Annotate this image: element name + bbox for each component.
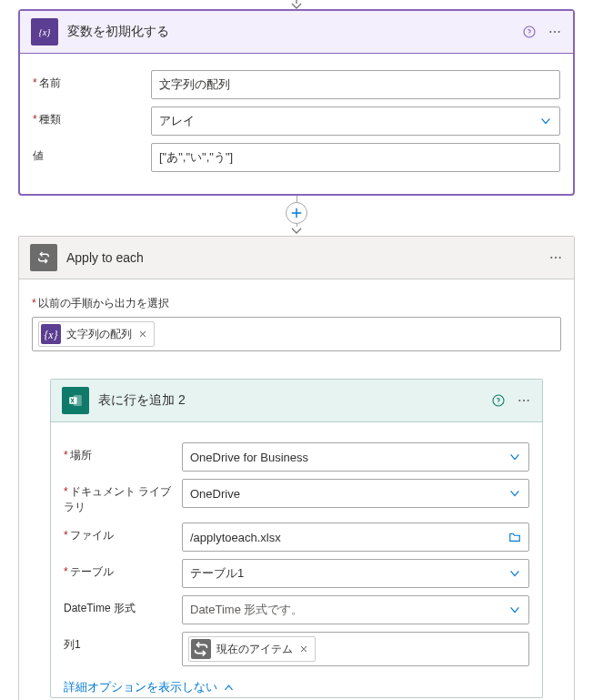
token-label: 現在のアイテム bbox=[216, 642, 293, 657]
variable-icon: {x} bbox=[41, 324, 61, 344]
svg-point-5 bbox=[558, 31, 560, 33]
svg-point-3 bbox=[549, 31, 551, 33]
location-select[interactable]: OneDrive for Business bbox=[182, 442, 529, 472]
more-icon[interactable] bbox=[548, 250, 563, 265]
svg-rect-11 bbox=[69, 397, 76, 404]
card-title: 変数を初期化する bbox=[67, 24, 513, 40]
variable-icon: {x} bbox=[31, 18, 58, 46]
initialize-variable-card: {x} 変数を初期化する 名前 文字列の配列 種類 アレイ 値 ["あ","い"… bbox=[18, 9, 575, 196]
connector-mid bbox=[18, 196, 575, 236]
location-label: 場所 bbox=[64, 442, 173, 463]
card-header[interactable]: 表に行を追加 2 bbox=[51, 380, 542, 422]
chevron-down-icon bbox=[508, 567, 521, 580]
more-icon[interactable] bbox=[548, 25, 562, 39]
close-icon[interactable] bbox=[298, 644, 309, 654]
value-input[interactable]: ["あ","い","う"] bbox=[151, 143, 560, 172]
help-icon[interactable] bbox=[491, 393, 506, 408]
svg-text:{x}: {x} bbox=[45, 329, 58, 341]
folder-icon bbox=[508, 531, 521, 543]
svg-point-16 bbox=[528, 400, 529, 401]
table-label: テーブル bbox=[64, 559, 173, 580]
svg-point-8 bbox=[559, 257, 561, 259]
hide-advanced-options-link[interactable]: 詳細オプションを表示しない bbox=[64, 679, 529, 695]
svg-point-15 bbox=[523, 400, 525, 401]
svg-point-7 bbox=[555, 257, 557, 259]
datetime-select[interactable]: DateTime 形式です。 bbox=[182, 595, 529, 624]
card-header[interactable]: {x} 変数を初期化する bbox=[20, 11, 573, 54]
excel-icon bbox=[62, 387, 89, 414]
file-label: ファイル bbox=[64, 522, 173, 543]
svg-point-13 bbox=[498, 403, 499, 404]
datetime-label: DateTime 形式 bbox=[64, 595, 173, 616]
help-icon[interactable] bbox=[522, 25, 537, 39]
type-select[interactable]: アレイ bbox=[151, 107, 560, 136]
chevron-down-icon bbox=[539, 115, 552, 127]
svg-point-12 bbox=[493, 395, 504, 406]
doclib-label: ドキュメント ライブラリ bbox=[64, 479, 173, 515]
table-select[interactable]: テーブル1 bbox=[182, 559, 529, 588]
token-current-item[interactable]: 現在のアイテム bbox=[188, 636, 316, 662]
svg-point-2 bbox=[529, 35, 530, 36]
chevron-down-icon bbox=[508, 451, 521, 463]
chevron-down-icon bbox=[508, 604, 521, 616]
apply-to-each-card: Apply to each 以前の手順から出力を選択 {x} 文字列の配列 bbox=[18, 236, 575, 700]
token-variable[interactable]: {x} 文字列の配列 bbox=[38, 321, 155, 347]
name-input[interactable]: 文字列の配列 bbox=[151, 70, 560, 99]
loop-icon bbox=[30, 244, 57, 271]
svg-point-6 bbox=[550, 257, 552, 259]
type-label: 種類 bbox=[33, 107, 142, 127]
col1-label: 列1 bbox=[64, 632, 173, 653]
output-select-input[interactable]: {x} 文字列の配列 bbox=[32, 317, 561, 351]
svg-point-1 bbox=[524, 26, 535, 37]
svg-point-4 bbox=[554, 31, 556, 33]
doclib-select[interactable]: OneDrive bbox=[182, 479, 529, 508]
loop-icon bbox=[191, 639, 211, 659]
excel-add-row-card: 表に行を追加 2 場所 OneDrive for Business bbox=[50, 379, 543, 698]
token-label: 文字列の配列 bbox=[66, 327, 132, 342]
card-title: 表に行を追加 2 bbox=[98, 392, 482, 409]
arrow-down-icon bbox=[289, 227, 304, 236]
connector-top bbox=[18, 0, 575, 9]
name-label: 名前 bbox=[33, 70, 142, 91]
chevron-down-icon bbox=[508, 487, 521, 500]
output-select-label: 以前の手順から出力を選択 bbox=[32, 292, 561, 311]
add-step-button[interactable] bbox=[286, 202, 307, 224]
close-icon[interactable] bbox=[137, 329, 148, 340]
card-title: Apply to each bbox=[66, 250, 539, 265]
col1-input[interactable]: 現在のアイテム bbox=[182, 632, 529, 666]
file-picker[interactable]: /applytoeach.xlsx bbox=[182, 522, 529, 552]
card-header[interactable]: Apply to each bbox=[19, 237, 574, 279]
svg-text:{x}: {x} bbox=[38, 27, 51, 37]
more-icon[interactable] bbox=[517, 393, 531, 408]
value-label: 値 bbox=[33, 143, 142, 164]
svg-point-14 bbox=[518, 400, 520, 401]
